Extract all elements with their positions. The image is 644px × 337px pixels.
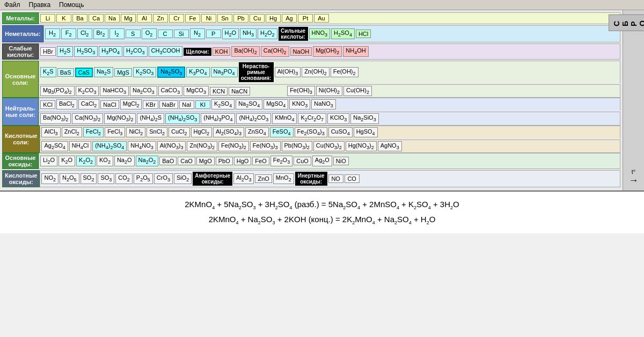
cell-CO2[interactable]: CO2: [115, 173, 133, 184]
cell-NaCN[interactable]: NaCN: [229, 87, 250, 96]
cell-PbO[interactable]: PbO: [216, 157, 233, 165]
cell-NiCl2[interactable]: NiCl2: [126, 127, 145, 137]
cell-NH42SO4[interactable]: (NH4)2SO4: [92, 141, 127, 151]
cell-SiO2[interactable]: SiO2: [174, 173, 192, 184]
cell-FeNO33[interactable]: Fe(NO3)3: [250, 141, 281, 151]
cell-BaNO32[interactable]: Ba(NO3)2: [40, 113, 71, 123]
cell-NH42S[interactable]: (NH4)2S: [137, 113, 164, 123]
cell-Li[interactable]: Li: [40, 14, 55, 23]
cell-CuSO4[interactable]: CuSO4: [328, 127, 353, 137]
cell-BaO[interactable]: BaO: [159, 157, 177, 165]
cell-CuO[interactable]: CuO: [294, 157, 311, 165]
cell-Ag2O[interactable]: Ag2O: [312, 156, 332, 166]
cell-MgCl2[interactable]: MgCl2: [120, 99, 142, 109]
cell-Fe2O3[interactable]: Fe2O3: [270, 156, 292, 166]
cell-CaS[interactable]: CaS: [75, 68, 93, 77]
cell-Cl2[interactable]: Cl2: [77, 28, 92, 39]
cell-ZnSO4[interactable]: ZnSO4: [245, 127, 269, 137]
cell-SO2[interactable]: SO2: [80, 173, 97, 184]
cell-FeNO32[interactable]: Fe(NO3)2: [218, 141, 249, 151]
cell-SO3[interactable]: SO3: [98, 173, 114, 184]
cell-MgOH2[interactable]: Mg(OH)2: [313, 46, 342, 56]
cell-Si[interactable]: Si: [174, 30, 189, 38]
cell-CuOH2[interactable]: Cu(OH)2: [343, 86, 372, 96]
cell-KO2[interactable]: KO2: [97, 156, 113, 166]
cell-P[interactable]: P: [206, 30, 221, 38]
cell-Na2O[interactable]: Na2O: [114, 156, 135, 166]
cell-K2SO3[interactable]: K2SO3: [133, 67, 156, 77]
cell-CuCl2[interactable]: CuCl2: [169, 127, 189, 137]
cell-KNO3[interactable]: KNO3: [289, 99, 310, 109]
cell-Zn[interactable]: Zn: [153, 14, 168, 23]
cell-MgS[interactable]: MgS: [114, 68, 132, 77]
cell-Na3PO4[interactable]: Na3PO4: [211, 67, 238, 77]
cell-CaCl2[interactable]: CaCl2: [78, 99, 99, 109]
menu-edit[interactable]: Правка: [29, 1, 51, 9]
cell-CaCO3[interactable]: CaCO3: [158, 86, 183, 96]
cell-Na2SO4[interactable]: Na2SO4: [236, 99, 262, 109]
cell-KClO3[interactable]: KClO3: [327, 113, 349, 123]
cell-FeOH2[interactable]: Fe(OH)2: [331, 67, 358, 77]
cell-N2[interactable]: N2: [190, 28, 205, 39]
cell-CrO3[interactable]: CrO3: [154, 173, 173, 184]
cell-HgSO4[interactable]: HgSO4: [354, 127, 378, 137]
cell-CuNO32[interactable]: Cu(NO3)2: [313, 141, 345, 151]
cell-Ag2SO4[interactable]: Ag2SO4: [41, 141, 68, 151]
cell-AlCl3[interactable]: AlCl3: [41, 127, 60, 137]
cell-NO2[interactable]: NO2: [41, 173, 58, 184]
cell-K2CO3[interactable]: K2CO3: [76, 86, 99, 96]
cell-KCl[interactable]: KCl: [40, 100, 55, 109]
cell-Na[interactable]: Na: [105, 14, 120, 23]
cell-CaOH2[interactable]: Ca(OH)2: [261, 46, 289, 56]
cell-HgO[interactable]: HgO: [234, 157, 252, 165]
cell-NH4OH[interactable]: NH4OH: [343, 46, 368, 56]
cell-K2SO4[interactable]: K2SO4: [211, 99, 235, 109]
cell-ZnOH2[interactable]: Zn(OH)2: [302, 67, 330, 77]
cell-Br2[interactable]: Br2: [93, 28, 108, 39]
cell-H2O2[interactable]: H2O2: [258, 28, 277, 39]
cell-PbNO32[interactable]: Pb(NO3)2: [282, 141, 312, 151]
cell-ZnNO32[interactable]: Zn(NO3)2: [187, 141, 217, 151]
cell-Ni[interactable]: Ni: [201, 14, 216, 23]
cell-Sn[interactable]: Sn: [217, 14, 232, 23]
cell-NaNO3[interactable]: NaNO3: [311, 99, 336, 109]
cell-ZnCl2[interactable]: ZnCl2: [62, 127, 82, 137]
cell-H2SO3[interactable]: H2SO3: [74, 46, 98, 56]
cell-H2SO4-strong[interactable]: H2SO4: [331, 28, 355, 39]
cell-Al2SO43[interactable]: Al2(SO4)3: [213, 127, 244, 137]
menu-help[interactable]: Помощь: [59, 1, 84, 9]
cell-CaO[interactable]: CaO: [178, 157, 195, 165]
cell-Na2SiO3[interactable]: Na2SiO3: [350, 113, 378, 123]
cell-AlNO33[interactable]: Al(NO3)3: [157, 141, 186, 151]
cell-HgNO32[interactable]: Hg(NO3)2: [346, 141, 377, 151]
cell-H2O[interactable]: H2O: [222, 28, 239, 39]
cell-H2[interactable]: H2: [45, 28, 60, 39]
cell-FeCl3[interactable]: FeCl3: [105, 127, 125, 137]
cell-MnO2[interactable]: MnO2: [273, 173, 294, 184]
cell-Hg[interactable]: Hg: [266, 14, 281, 23]
cell-MgCO3[interactable]: MgCO3: [184, 86, 209, 96]
cell-K2S[interactable]: K2S: [40, 67, 56, 77]
cell-ZnO[interactable]: ZnO: [255, 174, 272, 183]
cell-P2O5[interactable]: P2O5: [134, 173, 153, 184]
cell-Na2SO3-hl[interactable]: Na2SO3: [157, 67, 185, 78]
menu-file[interactable]: Файл: [4, 1, 20, 9]
cell-Pb[interactable]: Pb: [233, 14, 248, 23]
cell-Mg3PO42[interactable]: Mg3(PO4)2: [40, 86, 75, 96]
cell-NH4Cl[interactable]: NH4Cl: [69, 141, 91, 151]
cell-NiO[interactable]: NiO: [333, 157, 349, 165]
cell-N2O5[interactable]: N2O5: [60, 173, 79, 184]
cell-NaI[interactable]: NaI: [179, 100, 194, 109]
cell-MgNO32[interactable]: Mg(NO3)2: [104, 113, 136, 123]
cell-FeSO4[interactable]: FeSO4: [270, 127, 294, 137]
cell-S[interactable]: S: [126, 30, 141, 38]
cell-NH42CO3[interactable]: (NH4)2CO3: [236, 113, 271, 123]
cell-KOH[interactable]: KOH: [213, 47, 231, 56]
cell-K[interactable]: K: [56, 14, 71, 23]
cell-Fe[interactable]: Fe: [185, 14, 200, 23]
cell-CaNO32[interactable]: Ca(NO3)2: [72, 113, 103, 123]
cell-O2[interactable]: O2: [142, 28, 157, 39]
cell-K2Cr2O7[interactable]: K2Cr2O7: [298, 113, 326, 123]
cell-K2O[interactable]: K2O: [58, 156, 75, 166]
cell-Ca[interactable]: Ca: [89, 14, 104, 23]
